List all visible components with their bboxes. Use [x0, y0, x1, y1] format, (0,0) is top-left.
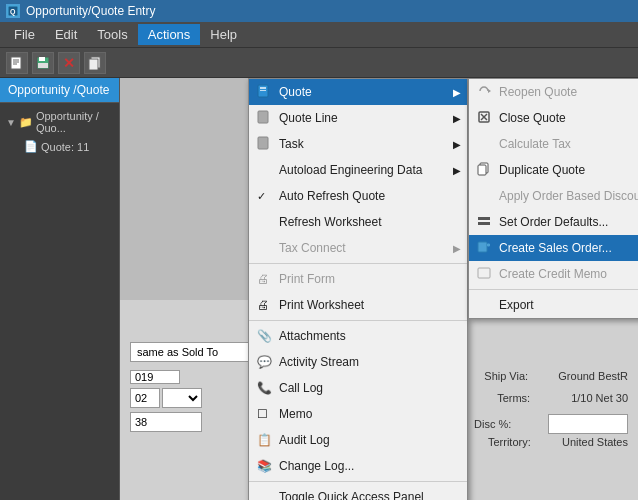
submenu-divider: [469, 289, 638, 290]
menu-item-activity[interactable]: 💬 Activity Stream: [249, 349, 467, 375]
task-arrow: ▶: [453, 139, 461, 150]
tree-quote-label: Quote: 11: [41, 141, 89, 153]
title-text: Opportunity/Quote Entry: [26, 4, 155, 18]
menu-item-autoload[interactable]: Autoload Engineering Data ▶: [249, 157, 467, 183]
menu-item-auto-refresh[interactable]: ✓ Auto Refresh Quote: [249, 183, 467, 209]
submenu-calc-tax: Calculate Tax: [469, 131, 638, 157]
quote-line-arrow: ▶: [453, 113, 461, 124]
print-ws-icon: 🖨: [257, 298, 269, 312]
menu-actions[interactable]: Actions: [138, 24, 201, 45]
attachments-icon: 📎: [257, 329, 272, 343]
menu-item-tax-connect: Tax Connect ▶: [249, 235, 467, 261]
change-log-label: Change Log...: [279, 459, 354, 473]
quote-submenu-arrow: ▶: [453, 87, 461, 98]
menu-item-call-log[interactable]: 📞 Call Log: [249, 375, 467, 401]
svg-rect-14: [258, 111, 268, 123]
menu-item-print-worksheet[interactable]: 🖨 Print Worksheet: [249, 292, 467, 318]
submenu-duplicate[interactable]: Duplicate Quote: [469, 157, 638, 183]
menu-divider-1: [249, 263, 467, 264]
menu-item-task[interactable]: Task ▶: [249, 131, 467, 157]
quote-menu-label: Quote: [279, 85, 312, 99]
menu-tools[interactable]: Tools: [87, 24, 137, 45]
svg-rect-12: [260, 87, 266, 89]
call-icon: 📞: [257, 381, 272, 395]
toggle-label: Toggle Quick Access Panel: [279, 490, 424, 500]
audit-label: Audit Log: [279, 433, 330, 447]
tree-root-label: Opportunity / Quo...: [36, 110, 113, 134]
main-layout: Opportunity /Quote ▼ 📁 Opportunity / Quo…: [0, 78, 638, 500]
toolbar-new[interactable]: [6, 52, 28, 74]
app-icon: Q: [6, 4, 20, 18]
quote-menu-icon: [257, 84, 271, 101]
export-label: Export: [499, 298, 534, 312]
actions-menu: Quote ▶ Quote Line ▶ Task: [248, 78, 468, 500]
menu-item-attachments[interactable]: 📎 Attachments: [249, 323, 467, 349]
tax-arrow: ▶: [453, 243, 461, 254]
toolbar-copy[interactable]: [84, 52, 106, 74]
reopen-label: Reopen Quote: [499, 85, 577, 99]
attachments-label: Attachments: [279, 329, 346, 343]
menu-edit[interactable]: Edit: [45, 24, 87, 45]
submenu-apply-discounts: Apply Order Based Discounts: [469, 183, 638, 209]
svg-rect-24: [478, 242, 487, 252]
menu-item-quote[interactable]: Quote ▶: [249, 79, 467, 105]
task-icon: [257, 136, 271, 153]
print-worksheet-label: Print Worksheet: [279, 298, 364, 312]
menu-item-refresh[interactable]: Refresh Worksheet: [249, 209, 467, 235]
menu-bar: File Edit Tools Actions Help: [0, 22, 638, 48]
quote-line-label: Quote Line: [279, 111, 338, 125]
menu-item-quote-line[interactable]: Quote Line ▶: [249, 105, 467, 131]
svg-rect-23: [478, 222, 490, 225]
menu-item-toggle[interactable]: Toggle Quick Access Panel: [249, 484, 467, 500]
menu-item-change-log[interactable]: 📚 Change Log...: [249, 453, 467, 479]
change-log-icon: 📚: [257, 459, 272, 473]
sidebar: Opportunity /Quote ▼ 📁 Opportunity / Quo…: [0, 78, 120, 500]
memo-icon: ☐: [257, 407, 268, 421]
tree-item-root[interactable]: ▼ 📁 Opportunity / Quo...: [0, 107, 119, 137]
submenu-close[interactable]: Close Quote: [469, 105, 638, 131]
tree-item-quote[interactable]: 📄 Quote: 11: [0, 137, 119, 156]
toolbar-delete[interactable]: ✕: [58, 52, 80, 74]
svg-text:Q: Q: [10, 8, 16, 16]
menu-item-memo[interactable]: ☐ Memo: [249, 401, 467, 427]
toolbar-save[interactable]: [32, 52, 54, 74]
sidebar-tree: ▼ 📁 Opportunity / Quo... 📄 Quote: 11: [0, 103, 119, 160]
svg-rect-22: [478, 217, 490, 220]
create-credit-label: Create Credit Memo: [499, 267, 607, 281]
submenu-create-sales-order[interactable]: Create Sales Order...: [469, 235, 638, 261]
menu-item-audit[interactable]: 📋 Audit Log: [249, 427, 467, 453]
autoload-arrow: ▶: [453, 165, 461, 176]
folder-icon: 📁: [19, 116, 33, 129]
svg-rect-27: [478, 268, 490, 278]
auto-refresh-label: Auto Refresh Quote: [279, 189, 385, 203]
quote-icon: 📄: [24, 140, 38, 153]
svg-rect-13: [260, 90, 266, 91]
sidebar-tab[interactable]: Opportunity /Quote: [0, 78, 119, 103]
calc-tax-label: Calculate Tax: [499, 137, 571, 151]
menu-divider-3: [249, 481, 467, 482]
submenu-export[interactable]: Export ▶: [469, 292, 638, 318]
apply-discounts-label: Apply Order Based Discounts: [499, 189, 638, 203]
duplicate-icon: [477, 162, 491, 179]
svg-rect-7: [39, 57, 45, 61]
menu-help[interactable]: Help: [200, 24, 247, 45]
reopen-icon: [477, 84, 491, 101]
title-bar: Q Opportunity/Quote Entry: [0, 0, 638, 22]
create-credit-icon: [477, 266, 491, 283]
submenu-create-credit: Create Credit Memo: [469, 261, 638, 287]
content-area: SA same as Sold To Credit Ship Via: Grou…: [120, 78, 638, 500]
tree-expand-icon: ▼: [6, 117, 16, 128]
memo-label: Memo: [279, 407, 312, 421]
activity-icon: 💬: [257, 355, 272, 369]
submenu-set-defaults[interactable]: Set Order Defaults...: [469, 209, 638, 235]
svg-rect-8: [38, 63, 48, 68]
autoload-label: Autoload Engineering Data: [279, 163, 422, 177]
svg-marker-16: [488, 89, 491, 93]
activity-label: Activity Stream: [279, 355, 359, 369]
quote-submenu: Reopen Quote Close Quote Calculate Tax: [468, 78, 638, 319]
set-defaults-icon: [477, 214, 491, 231]
close-quote-icon: [477, 110, 491, 127]
dropdown-overlay: Quote ▶ Quote Line ▶ Task: [120, 78, 638, 500]
menu-file[interactable]: File: [4, 24, 45, 45]
svg-rect-21: [478, 165, 486, 175]
